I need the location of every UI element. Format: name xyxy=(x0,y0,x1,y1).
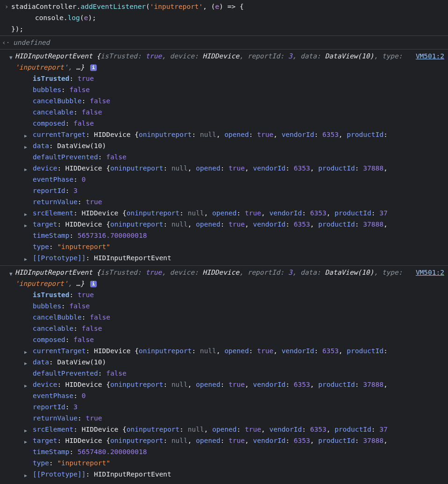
property-row[interactable]: ▶device: HIDDevice {oninputreport: null,… xyxy=(24,379,444,390)
preview-value: true xyxy=(145,52,162,60)
hid-device-summary[interactable]: HIDDevice {oninputreport: null, opened: … xyxy=(82,209,388,217)
separator: : xyxy=(82,97,90,105)
preview-key: , reportId: xyxy=(239,269,288,276)
expand-arrow-icon[interactable]: ▶ xyxy=(24,470,27,480)
hid-device-summary[interactable]: HIDDevice {oninputreport: null, opened: … xyxy=(94,131,388,138)
brace: } xyxy=(80,280,85,287)
property-key: bubbles xyxy=(33,86,61,93)
info-icon[interactable]: i xyxy=(90,64,97,71)
expand-toggle-icon[interactable]: ▼ xyxy=(9,269,13,280)
hid-device-summary[interactable]: HIDDevice {oninputreport: null, opened: … xyxy=(82,426,388,433)
property-value: false xyxy=(70,302,90,310)
preview-key: , type: xyxy=(374,52,402,60)
separator: : xyxy=(49,358,57,366)
preview-value: 'inputreport' xyxy=(15,280,68,287)
property-key: composed xyxy=(33,336,65,343)
property-value: true xyxy=(86,198,102,206)
preview-value: true xyxy=(145,269,162,276)
property-key: eventPhase xyxy=(33,176,73,183)
expand-arrow-icon[interactable]: ▶ xyxy=(24,142,27,151)
expand-arrow-icon[interactable]: ▶ xyxy=(24,209,27,219)
separator: : xyxy=(98,370,106,377)
property-key: srcElement xyxy=(33,209,73,217)
property-value: DataView(10) xyxy=(57,142,106,149)
preview-key: , data: xyxy=(292,269,325,276)
console-input-row[interactable]: ›stadiaController.addEventListener('inpu… xyxy=(0,0,448,36)
property-value: 0 xyxy=(82,392,86,399)
hid-device-summary[interactable]: HIDDevice {oninputreport: null, opened: … xyxy=(65,221,388,228)
separator: : xyxy=(73,108,81,116)
expand-arrow-icon[interactable]: ▶ xyxy=(24,425,27,435)
separator: : xyxy=(49,243,57,250)
property-key: timeStamp xyxy=(33,232,70,239)
property-row[interactable]: ▶target: HIDDevice {oninputreport: null,… xyxy=(24,219,444,230)
expand-arrow-icon[interactable]: ▶ xyxy=(24,130,27,140)
log-entry[interactable]: VM501:2 ▼ HIDInputReportEvent {isTrusted… xyxy=(0,266,448,482)
expand-arrow-icon[interactable]: ▶ xyxy=(24,436,27,446)
preview-value: … xyxy=(76,280,80,287)
property-row[interactable]: ▶target: HIDDevice {oninputreport: null,… xyxy=(24,435,444,446)
property-row[interactable]: ▶data: DataView(10) xyxy=(24,356,444,368)
separator: : xyxy=(86,347,94,355)
separator: : xyxy=(86,131,94,138)
hid-device-summary[interactable]: HIDDevice {oninputreport: null, opened: … xyxy=(65,437,388,444)
property-row[interactable]: ▶data: DataView(10) xyxy=(24,140,444,151)
expand-arrow-icon[interactable]: ▶ xyxy=(24,254,27,263)
property-row[interactable]: ▶srcElement: HIDDevice {oninputreport: n… xyxy=(24,424,444,435)
property-key: reportId xyxy=(33,403,65,411)
property-row[interactable]: ▶currentTarget: HIDDevice {oninputreport… xyxy=(24,129,444,140)
property-row[interactable]: ▶device: HIDDevice {oninputreport: null,… xyxy=(24,163,444,174)
code-token: ); xyxy=(88,14,96,21)
separator: : xyxy=(73,392,81,399)
property-key: device xyxy=(33,164,57,172)
property-value: false xyxy=(90,313,110,321)
hid-device-summary[interactable]: HIDDevice {oninputreport: null, opened: … xyxy=(65,164,388,172)
property-row[interactable]: ▶[[Prototype]]: HIDInputReportEvent xyxy=(24,469,444,480)
property-value: false xyxy=(106,153,127,161)
property-row[interactable]: ▶currentTarget: HIDDevice {oninputreport… xyxy=(24,345,444,356)
property-row[interactable]: ▶srcElement: HIDDevice {oninputreport: n… xyxy=(24,207,444,219)
separator: : xyxy=(78,198,85,206)
separator: : xyxy=(73,426,81,433)
expand-arrow-icon[interactable]: ▶ xyxy=(24,380,27,390)
code-token: e xyxy=(215,3,220,10)
separator: : xyxy=(65,187,73,194)
separator: : xyxy=(78,414,85,422)
property-key: cancelable xyxy=(33,325,73,332)
expand-arrow-icon[interactable]: ▶ xyxy=(24,358,27,368)
expand-arrow-icon[interactable]: ▶ xyxy=(24,220,27,230)
separator: : xyxy=(70,75,78,82)
preview-value: 3 xyxy=(288,52,292,60)
info-icon[interactable]: i xyxy=(90,281,97,287)
object-header[interactable]: ▼ HIDInputReportEvent {isTrusted: true, … xyxy=(2,50,444,73)
separator: : xyxy=(57,381,65,388)
property-value: "inputreport" xyxy=(57,243,110,250)
separator: : xyxy=(70,448,78,456)
expand-arrow-icon[interactable]: ▶ xyxy=(24,164,27,174)
separator: : xyxy=(65,120,73,127)
expand-arrow-icon[interactable]: ▶ xyxy=(24,347,27,356)
separator: : xyxy=(57,221,65,228)
hid-device-summary[interactable]: HIDDevice {oninputreport: null, opened: … xyxy=(65,381,388,388)
property-value: false xyxy=(82,108,102,116)
preview-key: , data: xyxy=(292,52,325,60)
separator: : xyxy=(73,176,81,183)
log-entry[interactable]: VM501:2 ▼ HIDInputReportEvent {isTrusted… xyxy=(0,50,448,266)
property-value: false xyxy=(90,97,110,105)
hid-device-summary[interactable]: HIDDevice {oninputreport: null, opened: … xyxy=(94,347,388,355)
object-header[interactable]: ▼ HIDInputReportEvent {isTrusted: true, … xyxy=(2,267,444,289)
preview-value: 3 xyxy=(288,269,292,276)
object-classname: HIDInputReportEvent xyxy=(15,52,97,60)
separator: : xyxy=(57,164,65,172)
separator: : xyxy=(73,209,81,217)
code-token: => { xyxy=(223,3,244,10)
property-row: ▶bubbles: false xyxy=(24,84,444,95)
property-row[interactable]: ▶[[Prototype]]: HIDInputReportEvent xyxy=(24,252,444,263)
property-row: ▶reportId: 3 xyxy=(24,185,444,196)
preview-key: , xyxy=(68,280,76,287)
object-properties: ▶isTrusted: true▶bubbles: false▶cancelBu… xyxy=(2,73,444,263)
expand-toggle-icon[interactable]: ▼ xyxy=(9,52,13,64)
code-token: , xyxy=(203,3,211,10)
property-key: type xyxy=(33,243,49,250)
code-token: 'inputreport' xyxy=(150,3,203,10)
